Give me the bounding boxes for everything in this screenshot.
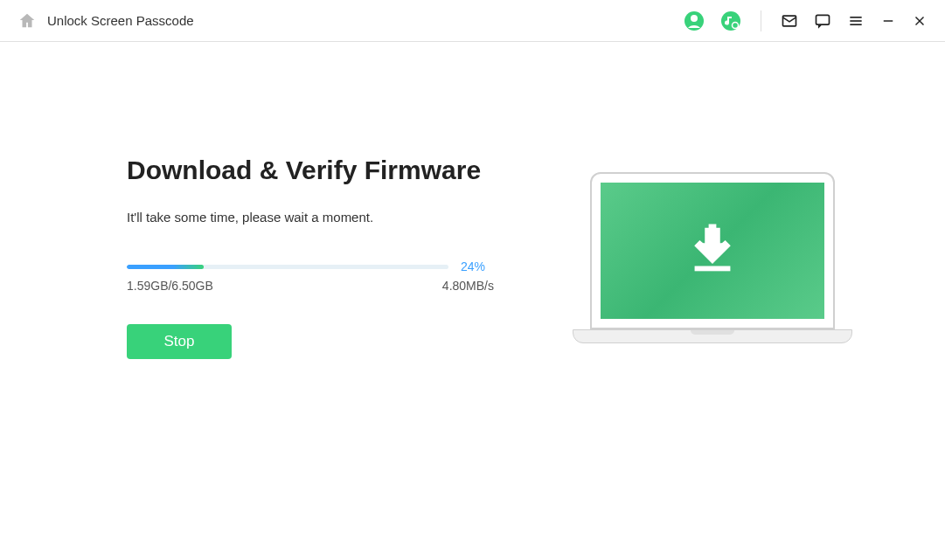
progress-fill: [127, 265, 204, 269]
user-icon[interactable]: [684, 10, 705, 31]
page-heading: Download & Verify Firmware: [127, 156, 494, 185]
window-title: Unlock Screen Passcode: [47, 13, 194, 28]
stats-row: 1.59GB/6.50GB 4.80MB/s: [127, 279, 494, 293]
svg-point-1: [691, 15, 698, 22]
music-search-icon[interactable]: [720, 10, 741, 31]
title-right: [684, 10, 928, 31]
title-bar: Unlock Screen Passcode: [0, 0, 945, 42]
download-speed: 4.80MB/s: [442, 279, 494, 293]
stop-button[interactable]: Stop: [127, 324, 232, 359]
minimize-icon[interactable]: [880, 13, 896, 29]
menu-icon[interactable]: [847, 12, 865, 30]
downloaded-size: 1.59GB/6.50GB: [127, 279, 213, 293]
progress-row: 24%: [127, 259, 494, 273]
laptop-base: [573, 329, 852, 343]
title-left: Unlock Screen Passcode: [17, 11, 684, 31]
laptop-screen-inner: [601, 183, 824, 319]
main-content: Download & Verify Firmware It'll take so…: [0, 42, 945, 359]
subtext: It'll take some time, please wait a mome…: [127, 210, 494, 225]
download-icon: [682, 220, 743, 281]
laptop-illustration: [573, 172, 852, 343]
svg-marker-13: [698, 227, 728, 258]
progress-percent: 24%: [461, 259, 494, 273]
progress-bar: [127, 265, 448, 269]
divider: [761, 10, 761, 31]
svg-line-4: [738, 27, 740, 30]
laptop-screen-outer: [590, 172, 835, 329]
right-panel: [564, 156, 861, 359]
laptop-notch: [691, 330, 734, 335]
home-icon[interactable]: [17, 11, 37, 31]
close-icon[interactable]: [912, 13, 928, 29]
svg-rect-14: [695, 266, 731, 271]
feedback-icon[interactable]: [814, 12, 831, 30]
svg-rect-6: [816, 15, 830, 24]
left-panel: Download & Verify Firmware It'll take so…: [127, 156, 494, 359]
mail-icon[interactable]: [781, 12, 798, 30]
